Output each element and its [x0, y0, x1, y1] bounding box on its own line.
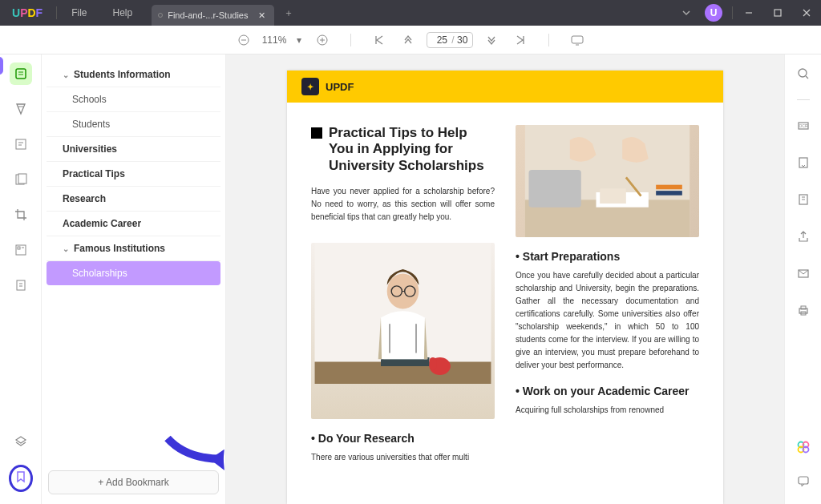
reader-mode-icon[interactable]	[10, 62, 32, 85]
app-logo: UPDF	[0, 6, 55, 19]
print-icon[interactable]	[792, 299, 815, 321]
pdf-page: ✦ UPDF Practical Tips to Help You in App…	[287, 71, 723, 504]
next-page-button[interactable]	[481, 30, 502, 50]
presentation-button[interactable]	[567, 30, 588, 50]
chevron-down-icon: ⌄	[63, 71, 69, 79]
bookmark-item[interactable]: Academic Career	[47, 212, 220, 236]
svg-rect-42	[656, 185, 682, 190]
user-avatar[interactable]: U	[705, 4, 722, 22]
bookmark-label: Academic Career	[63, 218, 141, 229]
email-icon[interactable]	[792, 262, 815, 284]
layers-icon[interactable]	[10, 430, 32, 453]
share-icon[interactable]	[792, 225, 815, 248]
compress-icon[interactable]	[792, 188, 815, 211]
page-total: 30	[457, 34, 467, 46]
collapse-handle[interactable]	[0, 57, 3, 75]
section-heading: Do Your Research	[311, 432, 495, 445]
svg-rect-40	[600, 188, 626, 204]
comment-tool-icon[interactable]	[10, 98, 32, 120]
chevron-down-icon: ⌄	[63, 244, 69, 253]
bookmark-item[interactable]: Students	[47, 112, 220, 137]
bookmark-item[interactable]: Practical Tips	[47, 162, 220, 187]
bookmark-label: Schools	[72, 94, 107, 105]
page-heading: Practical Tips to Help You in Applying f…	[329, 125, 495, 174]
section-heading: Work on your Academic Career	[516, 385, 699, 397]
separator	[797, 99, 810, 100]
separator	[548, 34, 549, 46]
title-dropdown-icon[interactable]	[676, 0, 697, 26]
protect-tool-icon[interactable]	[10, 274, 32, 296]
svg-rect-38	[529, 170, 581, 208]
bookmarks-panel: ⌄ Students Information Schools Students …	[42, 54, 226, 504]
menu-file[interactable]: File	[59, 0, 99, 26]
svg-rect-17	[18, 174, 26, 183]
bookmark-label: Students Information	[74, 69, 171, 80]
zoom-out-button[interactable]	[233, 30, 254, 50]
toolbar: 111% ▾ / 30	[0, 26, 821, 54]
page-indicator: / 30	[427, 32, 473, 48]
page-brand-text: UPDF	[326, 81, 354, 93]
convert-icon[interactable]	[792, 151, 815, 174]
search-icon[interactable]	[792, 62, 815, 85]
crop-tool-icon[interactable]	[10, 204, 32, 226]
bookmark-label: Universities	[63, 143, 117, 155]
svg-rect-35	[430, 357, 437, 369]
bookmarks-panel-icon[interactable]	[9, 465, 33, 492]
bookmark-label: Students	[72, 119, 110, 130]
right-tool-rail: OCR	[784, 54, 821, 504]
menu-help[interactable]: Help	[100, 0, 146, 26]
edit-tool-icon[interactable]	[10, 133, 32, 155]
ocr-icon[interactable]: OCR	[792, 115, 815, 137]
last-page-button[interactable]	[510, 30, 531, 50]
page-text: Once you have carefully decided about a …	[516, 269, 699, 372]
bookmark-item[interactable]: Universities	[47, 137, 220, 162]
page-brand-icon: ✦	[301, 78, 319, 95]
svg-rect-9	[16, 69, 26, 79]
separator	[56, 6, 57, 19]
tab-indicator-icon	[158, 13, 163, 18]
close-window-button[interactable]	[792, 0, 821, 26]
zoom-in-button[interactable]	[312, 30, 333, 50]
heading-marker-icon	[311, 127, 322, 139]
page-text: Have you never applied for a scholarship…	[311, 185, 495, 224]
close-tab-icon[interactable]: ✕	[256, 10, 268, 21]
organize-tool-icon[interactable]	[10, 168, 32, 191]
tab-title: Find-and-...r-Studies	[168, 10, 248, 20]
page-text: There are various universities that offe…	[311, 451, 495, 464]
form-tool-icon[interactable]	[10, 239, 32, 261]
svg-rect-48	[799, 158, 807, 167]
svg-point-44	[799, 69, 807, 77]
bookmark-label: Research	[63, 193, 106, 204]
svg-rect-19	[18, 247, 20, 249]
svg-rect-21	[17, 280, 25, 290]
prev-page-button[interactable]	[398, 30, 419, 50]
page-input[interactable]	[432, 34, 451, 46]
minimize-button[interactable]	[734, 0, 763, 26]
illustration-image	[311, 243, 495, 419]
new-tab-button[interactable]: ＋	[279, 3, 298, 22]
bookmark-item[interactable]: Research	[47, 187, 220, 212]
first-page-button[interactable]	[369, 30, 390, 50]
svg-rect-43	[656, 191, 682, 196]
bookmark-label: Practical Tips	[63, 168, 125, 179]
zoom-dropdown-icon[interactable]: ▾	[294, 30, 304, 50]
svg-rect-1	[774, 10, 781, 16]
svg-rect-7	[572, 36, 583, 43]
bookmark-label: Scholarships	[72, 268, 127, 279]
bookmark-item[interactable]: ⌄ Famous Institutions	[47, 236, 220, 261]
separator	[732, 6, 733, 19]
bookmark-item[interactable]: ⌄ Students Information	[47, 62, 220, 87]
bookmark-item[interactable]: Schools	[47, 87, 220, 112]
document-tab[interactable]: Find-and-...r-Studies ✕	[152, 5, 274, 26]
maximize-button[interactable]	[763, 0, 792, 26]
bookmark-item-selected[interactable]: Scholarships	[47, 261, 220, 285]
ai-assistant-icon[interactable]	[792, 436, 815, 458]
svg-rect-13	[16, 139, 26, 149]
comments-panel-icon[interactable]	[792, 470, 815, 492]
page-text: Acquiring full scholarships from renowne…	[516, 404, 699, 417]
document-viewport[interactable]: ✦ UPDF Practical Tips to Help You in App…	[226, 54, 784, 504]
svg-line-45	[806, 76, 808, 79]
section-heading: Start Preparations	[516, 250, 699, 263]
add-bookmark-button[interactable]: + Add Bookmark	[48, 470, 219, 494]
left-tool-rail	[0, 54, 42, 504]
